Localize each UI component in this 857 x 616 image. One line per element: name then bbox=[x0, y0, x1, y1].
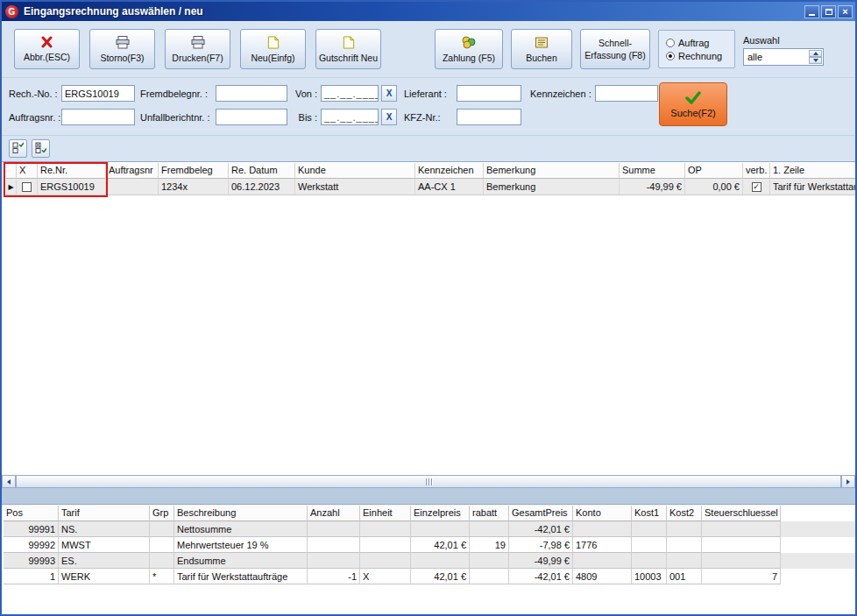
cell-gesamtpreis: -7,98 € bbox=[509, 537, 573, 553]
scroll-right-button[interactable] bbox=[841, 475, 855, 488]
column-header-konto[interactable]: Konto bbox=[573, 506, 632, 521]
grip-icon bbox=[431, 478, 432, 485]
position-row[interactable]: 99992 MWST Mehrwertsteuer 19 % 42,01 € 1… bbox=[4, 537, 855, 553]
position-row[interactable]: 99993 ES. Endsumme -49,99 € bbox=[4, 553, 855, 569]
spin-down-button[interactable] bbox=[809, 57, 822, 64]
uncheck-all-icon bbox=[35, 142, 46, 155]
auftragsnr-input[interactable] bbox=[61, 109, 135, 125]
cell-grp bbox=[150, 537, 174, 553]
selection-tools-row bbox=[2, 135, 855, 161]
invoice-row[interactable]: ▶ ERGS10019 1234x 06.12.2023 Werkstatt A… bbox=[6, 179, 855, 195]
unfallberichtnr-input[interactable] bbox=[216, 109, 287, 125]
cell-beschreibung: Mehrwertsteuer 19 % bbox=[174, 537, 308, 553]
verb-checkbox[interactable]: ✓ bbox=[752, 182, 761, 192]
column-header-beschreibung[interactable]: Beschreibung bbox=[174, 506, 308, 521]
position-row[interactable]: 99991 NS. Nettosumme -42,01 € bbox=[4, 521, 855, 537]
column-header-renr[interactable]: Re.Nr. bbox=[38, 163, 106, 179]
zahlung-button[interactable]: Zahlung (F5) bbox=[435, 29, 503, 69]
spin-up-button[interactable] bbox=[809, 50, 822, 57]
column-header-kost2[interactable]: Kost2 bbox=[667, 506, 702, 521]
horizontal-scrollbar bbox=[2, 475, 855, 488]
column-header-auftragsnr[interactable]: Auftragsnr bbox=[106, 163, 159, 179]
cell-grp bbox=[150, 553, 174, 569]
gutschrift-button[interactable]: Gutschrift Neu bbox=[315, 29, 381, 69]
cell-pos: 1 bbox=[4, 569, 59, 584]
row-checkbox[interactable] bbox=[22, 182, 32, 192]
clear-selection-button[interactable] bbox=[32, 139, 50, 158]
clear-bis-button[interactable]: X bbox=[381, 109, 397, 125]
radio-auftrag[interactable]: Auftrag bbox=[666, 38, 734, 48]
column-header-einheit[interactable]: Einheit bbox=[360, 506, 411, 521]
buchen-button[interactable]: Buchen bbox=[511, 29, 572, 69]
select-all-button[interactable] bbox=[9, 139, 27, 158]
column-header-x[interactable]: X bbox=[17, 163, 38, 179]
column-header-fremdbeleg[interactable]: Fremdbeleg bbox=[159, 163, 229, 179]
drucken-label: Drucken(F7) bbox=[172, 53, 223, 63]
column-header-grp[interactable]: Grp bbox=[150, 506, 174, 521]
column-header-kunde[interactable]: Kunde bbox=[295, 163, 415, 179]
scroll-left-button[interactable] bbox=[2, 475, 16, 488]
position-grid: Pos Tarif Grp Beschreibung Anzahl Einhei… bbox=[2, 504, 855, 614]
cell-rabatt bbox=[470, 521, 509, 537]
column-header-redatum[interactable]: Re. Datum bbox=[229, 163, 295, 179]
bis-label: Bis : bbox=[293, 112, 321, 123]
rechno-input[interactable]: ERGS10019 bbox=[61, 85, 135, 102]
cell-kost1: 10003 bbox=[632, 569, 667, 584]
cell-op: 0,00 € bbox=[685, 179, 743, 195]
maximize-button[interactable] bbox=[821, 5, 836, 18]
column-header-tarif[interactable]: Tarif bbox=[59, 506, 150, 521]
toolbar: Abbr.(ESC) Storno(F3) Drucken(F7) Neu(Ei… bbox=[2, 21, 855, 77]
radio-rechnung[interactable]: Rechnung bbox=[666, 51, 734, 61]
column-header-op[interactable]: OP bbox=[685, 163, 743, 179]
column-header-bemerkung[interactable]: Bemerkung bbox=[484, 163, 620, 179]
lieferant-label: Lieferant : bbox=[404, 89, 457, 99]
cell-einheit bbox=[360, 553, 411, 569]
cell-rabatt bbox=[470, 553, 509, 569]
storno-button[interactable]: Storno(F3) bbox=[89, 29, 155, 69]
up-arrow-icon bbox=[813, 52, 818, 55]
fremdbeleg-input[interactable] bbox=[216, 85, 287, 102]
auswahl-select[interactable]: alle bbox=[743, 48, 824, 66]
bis-date-input[interactable]: __.__.____ bbox=[321, 109, 379, 125]
kennzeichen-input[interactable] bbox=[595, 85, 658, 102]
column-header-summe[interactable]: Summe bbox=[620, 163, 685, 179]
cell-einzelpreis: 42,01 € bbox=[411, 569, 470, 584]
maximize-icon bbox=[825, 9, 832, 15]
titlebar[interactable]: G Eingangsrechnung auswählen / neu × bbox=[2, 2, 855, 21]
position-row[interactable]: 1 WERK * Tarif für Werkstattaufträge -1 … bbox=[4, 569, 855, 584]
kfz-input[interactable] bbox=[457, 109, 521, 125]
close-button[interactable]: × bbox=[838, 5, 853, 18]
column-header-kennzeichen[interactable]: Kennzeichen bbox=[415, 163, 484, 179]
column-header-rabatt[interactable]: rabatt bbox=[470, 506, 509, 521]
scrollbar-thumb[interactable] bbox=[16, 475, 841, 488]
column-header-einzelpreis[interactable]: Einzelpreis bbox=[411, 506, 470, 521]
column-header-pos[interactable]: Pos bbox=[4, 506, 59, 521]
minimize-button[interactable] bbox=[804, 5, 819, 18]
document-icon bbox=[343, 36, 355, 51]
drucken-button[interactable]: Drucken(F7) bbox=[165, 29, 230, 69]
von-date-input[interactable]: __.__.____ bbox=[321, 85, 379, 102]
suche-button[interactable]: Suche(F2) bbox=[659, 82, 727, 126]
column-header-gesamtpreis[interactable]: GesamtPreis bbox=[509, 506, 573, 521]
cell-beschreibung: Endsumme bbox=[174, 553, 308, 569]
filter-row-2: Auftragsnr. : Unfallberichtnr. : Bis : _… bbox=[9, 109, 855, 125]
schnellerfassung-button[interactable]: Schnell- Erfassung (F8) bbox=[580, 29, 650, 69]
neu-button[interactable]: Neu(Einfg) bbox=[240, 29, 306, 69]
column-header-verb[interactable]: verb. bbox=[743, 163, 770, 179]
cell-konto: 1776 bbox=[573, 537, 632, 553]
column-header-anzahl[interactable]: Anzahl bbox=[308, 506, 360, 521]
radio-auftrag-label: Auftrag bbox=[678, 38, 709, 48]
lieferant-input[interactable] bbox=[457, 85, 521, 102]
cell-grp: * bbox=[150, 569, 174, 584]
column-header-zeile1[interactable]: 1. Zeile bbox=[770, 163, 855, 179]
cell-kost2 bbox=[667, 521, 702, 537]
abort-button[interactable]: Abbr.(ESC) bbox=[14, 29, 80, 69]
grip-icon bbox=[426, 478, 427, 485]
cell-auftragsnr bbox=[106, 179, 159, 195]
clear-von-button[interactable]: X bbox=[381, 85, 397, 102]
unfallberichtnr-label: Unfallberichtnr. : bbox=[140, 112, 216, 123]
invoice-grid-header: X Re.Nr. Auftragsnr Fremdbeleg Re. Datum… bbox=[6, 163, 855, 179]
column-header-steuerschluessel[interactable]: Steuerschluessel bbox=[702, 506, 781, 521]
column-header-kost1[interactable]: Kost1 bbox=[632, 506, 667, 521]
down-arrow-icon bbox=[813, 59, 818, 62]
